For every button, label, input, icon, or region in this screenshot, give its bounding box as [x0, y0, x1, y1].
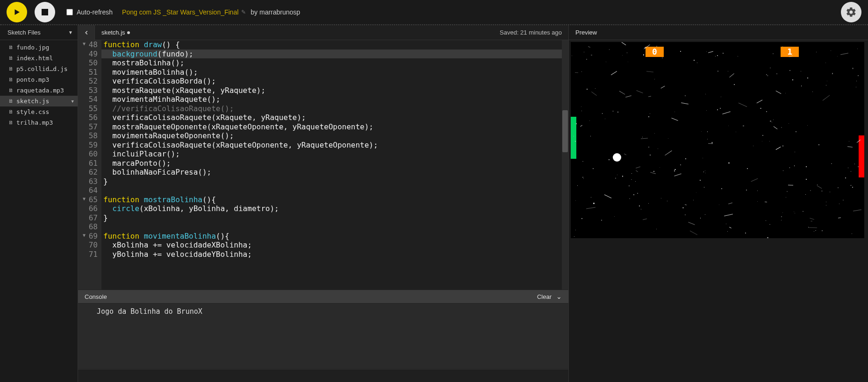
- code-line[interactable]: yBolinha += velocidadeYBolinha;: [101, 250, 562, 259]
- file-item[interactable]: 🗎raquetada.mp3: [0, 85, 78, 96]
- collapse-sidebar-button[interactable]: [78, 25, 95, 40]
- star: [767, 237, 768, 238]
- author-link[interactable]: marrabrunosp: [259, 8, 300, 16]
- code-line[interactable]: bolinhaNaoFicaPresa();: [101, 168, 562, 177]
- code-line[interactable]: movimentaRaqueteOponente();: [101, 131, 562, 141]
- star: [701, 131, 702, 132]
- code-line[interactable]: movimentaMinhaRaquete();: [101, 95, 562, 104]
- console-clear-button[interactable]: Clear: [537, 293, 552, 300]
- console-line: Jogo da Bolinha do BrunoX: [97, 307, 561, 316]
- star: [662, 57, 663, 58]
- sidebar-header[interactable]: Sketch Files ▼: [0, 25, 78, 40]
- fold-icon[interactable]: ▼: [83, 41, 86, 47]
- code-line[interactable]: mostraRaquete(xRaquete, yRaquete);: [101, 86, 562, 95]
- tab-label: sketch.js: [101, 29, 125, 36]
- code-line[interactable]: mostraRaqueteOponente(xRaqueteOponente, …: [101, 122, 562, 132]
- star: [852, 233, 852, 234]
- star: [745, 233, 746, 233]
- code-line[interactable]: //verificaColisaoRaquete();: [101, 104, 562, 113]
- code-editor[interactable]: ▼4849505152535455565758596061626364▼6566…: [78, 40, 568, 290]
- code-line[interactable]: verificaColisaoRaquete(xRaqueteOponente,…: [101, 141, 562, 150]
- auto-refresh-toggle[interactable]: Auto-refresh: [66, 8, 113, 16]
- star: [685, 214, 685, 215]
- code-body[interactable]: function draw() { background(fundo); mos…: [101, 40, 562, 290]
- code-line[interactable]: [101, 186, 562, 195]
- code-line[interactable]: xBolinha += velocidadeXBolinha;: [101, 241, 562, 250]
- star: [806, 179, 807, 180]
- star: [589, 120, 590, 121]
- star: [656, 229, 657, 229]
- chevron-down-icon[interactable]: ▼: [72, 99, 74, 104]
- star: [591, 55, 592, 56]
- star: [643, 219, 647, 220]
- fold-icon[interactable]: ▼: [83, 233, 86, 238]
- code-line[interactable]: circle(xBolinha, yBolinha, diametro);: [101, 204, 562, 213]
- star: [825, 63, 826, 63]
- star: [721, 188, 722, 189]
- active-tab[interactable]: sketch.js: [95, 29, 136, 36]
- paddle-right: [859, 135, 864, 177]
- star: [653, 171, 654, 172]
- file-item[interactable]: 🗎index.html: [0, 53, 78, 64]
- file-name: sketch.js: [16, 98, 49, 105]
- code-line[interactable]: verificaColisaoRaquete(xRaquete, yRaquet…: [101, 113, 562, 122]
- star: [776, 147, 781, 150]
- file-item[interactable]: 🗎sketch.js▼: [0, 96, 78, 106]
- console-input[interactable]: [78, 369, 568, 382]
- star: [739, 103, 747, 107]
- code-line[interactable]: }: [101, 213, 562, 223]
- code-line[interactable]: marcaPonto();: [101, 159, 562, 168]
- chevron-down-icon[interactable]: ▼: [68, 30, 73, 35]
- file-item[interactable]: 🗎trilha.mp3: [0, 117, 78, 128]
- file-item[interactable]: 🗎style.css: [0, 106, 78, 117]
- auto-refresh-checkbox[interactable]: [66, 9, 73, 15]
- star: [765, 202, 767, 202]
- vertical-scrollbar[interactable]: [562, 40, 568, 290]
- file-item[interactable]: 🗎ponto.mp3: [0, 74, 78, 85]
- preview-canvas[interactable]: 0 1: [571, 42, 864, 238]
- file-icon: 🗎: [8, 44, 14, 50]
- gear-icon: [846, 7, 857, 18]
- star: [706, 110, 707, 111]
- star: [617, 112, 618, 113]
- code-line[interactable]: verificaColisaoBorda();: [101, 77, 562, 86]
- file-item[interactable]: 🗎fundo.jpg: [0, 42, 78, 53]
- settings-button[interactable]: [841, 2, 861, 22]
- code-line[interactable]: function movimentaBolinha(){: [101, 232, 562, 241]
- play-button[interactable]: [7, 2, 27, 22]
- star: [654, 79, 655, 79]
- edit-name-icon[interactable]: ✎: [241, 9, 246, 15]
- star: [606, 62, 606, 62]
- console-header: Console Clear ⌄: [78, 290, 568, 304]
- code-line[interactable]: }: [101, 177, 562, 186]
- star: [615, 178, 616, 178]
- star: [648, 147, 649, 148]
- code-line[interactable]: background(fundo);: [101, 50, 562, 59]
- star: [832, 73, 833, 74]
- star: [672, 118, 679, 120]
- star: [806, 166, 807, 167]
- star: [627, 52, 628, 53]
- code-line[interactable]: function draw() {: [101, 40, 562, 50]
- file-name: p5.collid…d.js: [16, 65, 68, 72]
- fold-icon[interactable]: ▼: [83, 196, 86, 202]
- stop-button[interactable]: [35, 2, 55, 22]
- star: [781, 127, 782, 128]
- star: [587, 89, 588, 90]
- star: [808, 227, 809, 227]
- star: [721, 97, 721, 97]
- code-line[interactable]: function mostraBolinha(){: [101, 195, 562, 205]
- star: [605, 119, 605, 119]
- code-line[interactable]: [101, 222, 562, 232]
- scrollbar-thumb[interactable]: [562, 110, 568, 152]
- code-line[interactable]: mostraBolinha();: [101, 58, 562, 68]
- star: [636, 90, 643, 93]
- star: [859, 176, 860, 176]
- chevron-down-icon[interactable]: ⌄: [556, 293, 562, 300]
- code-line[interactable]: incluiPlacar();: [101, 149, 562, 159]
- star: [708, 51, 713, 53]
- star: [668, 138, 668, 139]
- file-item[interactable]: 🗎p5.collid…d.js: [0, 64, 78, 74]
- code-line[interactable]: movimentaBolinha();: [101, 68, 562, 77]
- project-name[interactable]: Pong com JS _Star Wars_Version_Final: [122, 8, 238, 16]
